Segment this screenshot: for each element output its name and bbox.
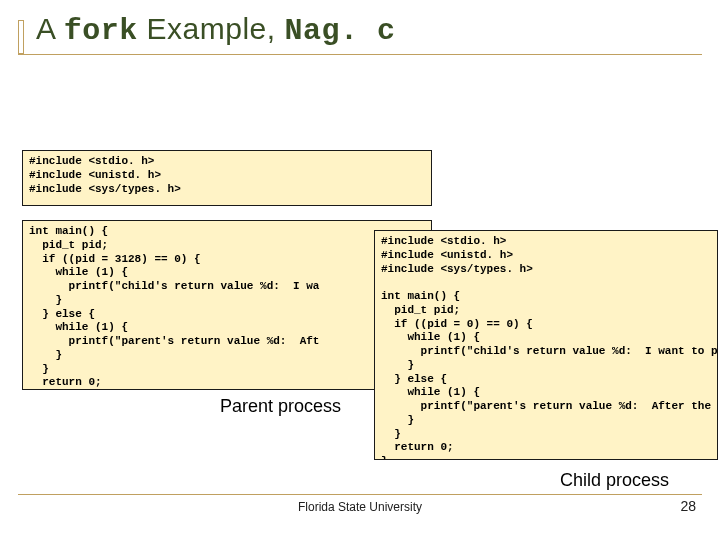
title-code-nag: Nag. c	[284, 14, 395, 48]
title-block: A fork Example, Nag. c	[18, 12, 395, 48]
page-number: 28	[680, 498, 696, 514]
code-parent: int main() { pid_t pid; if ((pid = 3128)…	[22, 220, 432, 390]
title-underline	[18, 54, 702, 55]
title-code-fork: fork	[64, 14, 138, 48]
title-accent	[18, 20, 24, 54]
caption-child: Child process	[560, 470, 669, 491]
code-child: #include <stdio. h> #include <unistd. h>…	[374, 230, 718, 460]
caption-parent: Parent process	[220, 396, 341, 417]
title-text-mid: Example,	[138, 12, 285, 45]
bottom-rule	[18, 494, 702, 495]
code-includes: #include <stdio. h> #include <unistd. h>…	[22, 150, 432, 206]
title-text-a: A	[36, 12, 64, 45]
slide: A fork Example, Nag. c #include <stdio. …	[0, 0, 720, 540]
slide-title: A fork Example, Nag. c	[36, 12, 395, 48]
footer-org: Florida State University	[0, 500, 720, 514]
